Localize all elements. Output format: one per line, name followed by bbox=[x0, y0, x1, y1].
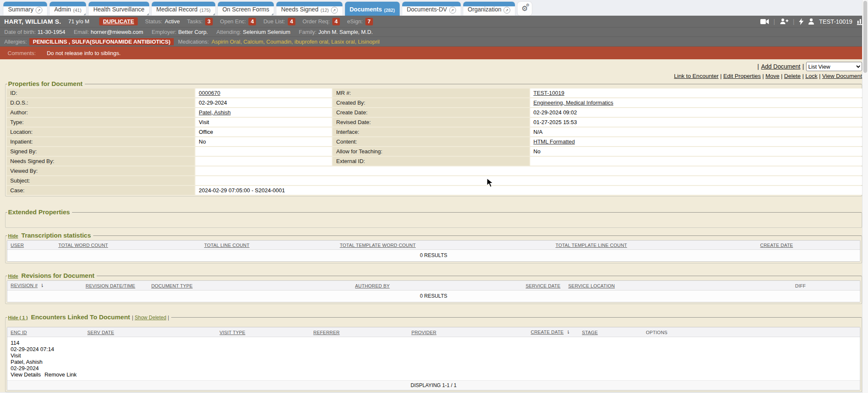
tab-dropdown-fold-icon[interactable] bbox=[271, 13, 273, 15]
interface-value: N/A bbox=[530, 127, 863, 136]
column-header[interactable]: SERV DATE bbox=[84, 329, 216, 336]
tasks-count-badge[interactable]: 3 bbox=[205, 18, 213, 25]
patient-name: HART, WILLIAM S. bbox=[4, 18, 61, 25]
column-header[interactable]: SERVICE DATE bbox=[522, 282, 565, 289]
signed-by-value bbox=[195, 147, 332, 156]
visit-type-cell: Visit bbox=[7, 352, 860, 359]
column-header[interactable]: REFERRER bbox=[310, 329, 408, 336]
property-label: Revised Date: bbox=[333, 118, 529, 127]
scrollbar[interactable] bbox=[862, 0, 868, 393]
revised-date-value: 01-27-2025 15:53 bbox=[530, 118, 863, 127]
medication-link[interactable]: Coumadin bbox=[266, 39, 295, 45]
section-title: Transcription statistics bbox=[21, 232, 91, 239]
allergies-badge[interactable]: PENICILLINS , SULFA(SULFONAMIDE ANTIBIOT… bbox=[29, 38, 174, 45]
lightning-icon[interactable] bbox=[799, 18, 804, 25]
popout-icon[interactable]: ↗ bbox=[449, 7, 456, 14]
transcription-statistics-section: Hide Transcription statistics USER TOTAL… bbox=[5, 232, 862, 263]
open-enc-count-badge[interactable]: 4 bbox=[248, 18, 256, 25]
medication-link[interactable]: Lisinopril bbox=[358, 39, 379, 45]
medication-link[interactable]: Calcium bbox=[243, 39, 266, 45]
column-header[interactable]: TOTAL WORD COUNT bbox=[55, 242, 201, 249]
popout-icon[interactable]: ↗ bbox=[36, 7, 42, 14]
hide-encounters-link[interactable]: Hide ( 1 ) bbox=[8, 315, 28, 320]
author-link[interactable]: Patel, Ashish bbox=[199, 109, 231, 116]
tab-label: On Screen Forms bbox=[223, 6, 269, 13]
column-header[interactable]: VISIT TYPE bbox=[216, 329, 310, 336]
column-header[interactable]: ENC ID bbox=[7, 329, 84, 336]
video-camera-icon[interactable] bbox=[760, 19, 769, 25]
tab-on-screen-forms[interactable]: On Screen Forms bbox=[218, 2, 274, 16]
column-header[interactable]: USER bbox=[7, 242, 55, 249]
column-header[interactable]: AUTHORED BY bbox=[352, 282, 522, 289]
document-toolbar: | Add Document | List View Link to Encou… bbox=[5, 62, 862, 79]
view-details-link[interactable]: View Details bbox=[11, 371, 41, 378]
column-header[interactable]: TOTAL TEMPLATE LINE COUNT bbox=[552, 242, 757, 249]
column-header[interactable]: PROVIDER bbox=[408, 329, 528, 336]
view-document-link[interactable]: View Document bbox=[822, 73, 862, 79]
column-header[interactable]: CREATE DATE⇂ bbox=[527, 329, 579, 336]
property-label: Inpatient: bbox=[7, 137, 195, 146]
popout-icon[interactable]: ↗ bbox=[504, 7, 510, 14]
section-title: Properties for Document bbox=[8, 80, 83, 87]
column-header[interactable]: SERVICE LOCATION bbox=[565, 282, 792, 289]
comments-label: Comments: bbox=[8, 50, 36, 56]
order-req-count-badge[interactable]: 4 bbox=[332, 18, 340, 25]
esign-count-badge[interactable]: 7 bbox=[365, 18, 373, 25]
move-link[interactable]: Move bbox=[765, 73, 779, 79]
hide-transcription-link[interactable]: Hide bbox=[8, 233, 18, 238]
tab-needs-signed[interactable]: Needs Signed (12) ↗ bbox=[276, 2, 342, 16]
delete-link[interactable]: Delete bbox=[784, 73, 801, 79]
property-label: Subject: bbox=[7, 176, 195, 185]
medication-link[interactable]: ibuprofen oral bbox=[295, 39, 331, 45]
revisions-section: Hide Revisions for Document REVISION #⇂ … bbox=[5, 272, 862, 304]
show-deleted-link[interactable]: Show Deleted bbox=[135, 315, 167, 321]
remove-link-link[interactable]: Remove Link bbox=[45, 371, 77, 378]
email-value: horner@mieweb.com bbox=[91, 29, 143, 35]
duplicate-badge[interactable]: DUPLICATE bbox=[99, 17, 138, 25]
column-header[interactable]: REVISION #⇂ bbox=[7, 282, 82, 289]
mr-number-link[interactable]: TEST-10019 bbox=[534, 90, 565, 96]
column-header[interactable]: STAGE bbox=[579, 329, 643, 336]
column-header[interactable]: TOTAL LINE COUNT bbox=[201, 242, 337, 249]
content-format-link[interactable]: HTML Formatted bbox=[534, 138, 575, 145]
user-icon[interactable] bbox=[808, 18, 814, 25]
tab-medical-record[interactable]: Medical Record (175) bbox=[152, 2, 215, 16]
separator: | bbox=[757, 63, 759, 70]
add-person-icon[interactable] bbox=[780, 18, 788, 25]
add-document-link[interactable]: Add Document bbox=[761, 63, 801, 70]
allergies-label: Allergies: bbox=[4, 39, 27, 45]
tab-bar: Summary ↗ Admin (41) Health Surveillance… bbox=[0, 0, 868, 16]
view-select[interactable]: List View bbox=[806, 62, 862, 71]
tab-documents[interactable]: Documents (282) bbox=[345, 2, 400, 16]
attending-value: Selenium Selenium bbox=[243, 29, 290, 35]
column-header[interactable]: CREATE DATE bbox=[757, 242, 860, 249]
created-by-link[interactable]: Engineering, Medical Informatics bbox=[534, 100, 614, 106]
transcription-table: USER TOTAL WORD COUNT TOTAL LINE COUNT T… bbox=[7, 240, 860, 262]
edit-properties-link[interactable]: Edit Properties bbox=[723, 73, 761, 79]
scrollbar-thumb[interactable] bbox=[863, 1, 867, 73]
options-cell: View Details Remove Link bbox=[7, 371, 860, 378]
column-header[interactable]: DOCUMENT TYPE bbox=[148, 282, 352, 289]
due-list-count-badge[interactable]: 4 bbox=[288, 18, 295, 25]
type-value: Visit bbox=[195, 118, 332, 127]
column-header[interactable]: REVISION DATE/TIME bbox=[82, 282, 148, 289]
lock-link[interactable]: Lock bbox=[805, 73, 818, 79]
document-id-link[interactable]: 0000670 bbox=[199, 90, 220, 96]
tab-dropdown-fold-icon[interactable] bbox=[147, 13, 149, 15]
medication-link[interactable]: Lasix oral bbox=[331, 39, 358, 45]
medications-list: Aspirin OralCalciumCoumadinibuprofen ora… bbox=[211, 39, 380, 45]
column-header[interactable]: TOTAL TEMPLATE WORD COUNT bbox=[337, 242, 552, 249]
tab-dropdown-fold-icon[interactable] bbox=[213, 13, 215, 15]
tab-documents-dv[interactable]: Documents-DV ↗ bbox=[402, 2, 461, 16]
tab-organization[interactable]: Organization ↗ bbox=[463, 2, 515, 16]
settings-gear-button[interactable]: ⚙ ⚙ bbox=[517, 2, 532, 16]
allergies-bar: Allergies: PENICILLINS , SULFA(SULFONAMI… bbox=[0, 37, 868, 47]
tab-dropdown-fold-icon[interactable] bbox=[83, 13, 86, 15]
tab-health-surveillance[interactable]: Health Surveillance bbox=[89, 2, 149, 16]
tab-admin[interactable]: Admin (41) bbox=[50, 2, 86, 16]
hide-revisions-link[interactable]: Hide bbox=[8, 274, 18, 279]
medication-link[interactable]: Aspirin Oral bbox=[211, 39, 243, 45]
link-to-encounter-link[interactable]: Link to Encounter bbox=[674, 73, 718, 79]
tab-summary[interactable]: Summary ↗ bbox=[3, 2, 47, 16]
popout-icon[interactable]: ↗ bbox=[331, 7, 338, 14]
